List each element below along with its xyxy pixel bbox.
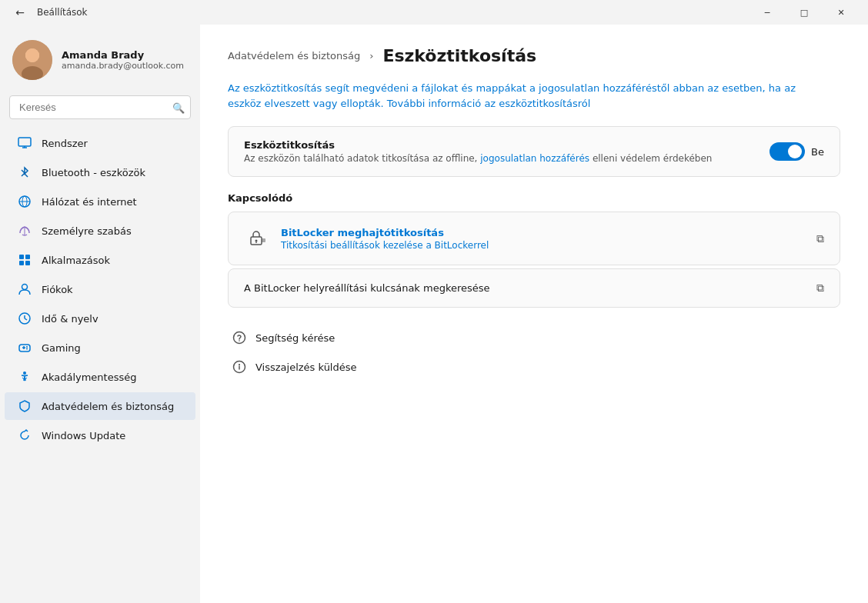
header-separator: › (369, 50, 373, 62)
svg-point-22 (26, 346, 28, 348)
gaming-icon (17, 340, 32, 355)
sidebar-item-adatvedelem[interactable]: Adatvédelem és biztonság (5, 392, 195, 420)
sidebar-label-adatvedelem: Adatvédelem és biztonság (42, 401, 174, 412)
svg-point-24 (23, 371, 26, 375)
search-icon: 🔍 (172, 102, 185, 113)
bitlocker-card-title: BitLocker meghajtótitkosítás (281, 227, 816, 238)
sidebar-item-gaming[interactable]: Gaming (5, 334, 195, 361)
shield-icon (17, 398, 32, 414)
related-section-heading: Kapcsolódó (228, 192, 840, 204)
sidebar-label-alkalmazasok: Alkalmazások (42, 255, 110, 266)
close-button[interactable]: ✕ (823, 0, 859, 25)
svg-rect-28 (262, 238, 265, 242)
svg-point-26 (255, 240, 258, 242)
page-description: Az eszköztitkosítás segít megvédeni a fá… (228, 81, 813, 111)
window-controls: ─ □ ✕ (749, 0, 859, 25)
sidebar-item-windows-update[interactable]: Windows Update (5, 421, 195, 449)
toggle-thumb (788, 145, 802, 158)
sidebar-label-szemelyre: Személyre szabás (42, 225, 132, 237)
sidebar-label-akadalymentesseg: Akadálymentesség (42, 371, 136, 383)
sidebar-label-bluetooth: Bluetooth - eszközök (42, 167, 145, 178)
sidebar-label-fiokok: Fiókok (42, 284, 73, 295)
encryption-card-subtitle: Az eszközön található adatok titkosítása… (244, 153, 767, 164)
svg-point-29 (234, 332, 245, 344)
monitor-icon (17, 135, 32, 151)
apps-icon (17, 252, 32, 268)
help-icon (231, 329, 248, 346)
sidebar-item-bluetooth[interactable]: Bluetooth - eszközök (5, 158, 195, 186)
titlebar: ← Beállítások ─ □ ✕ (0, 0, 868, 25)
paint-icon (17, 223, 32, 238)
svg-rect-14 (25, 261, 30, 265)
sidebar-item-halozat[interactable]: Hálózat és internet (5, 188, 195, 215)
recovery-key-card[interactable]: A BitLocker helyreállítási kulcsának meg… (228, 268, 840, 308)
toggle-label: Be (811, 146, 824, 158)
sidebar-item-ido[interactable]: Idő & nyelv (5, 305, 195, 332)
sidebar-label-rendszer: Rendszer (42, 138, 88, 149)
breadcrumb[interactable]: Adatvédelem és biztonság (228, 50, 360, 62)
user-section: Amanda Brady amanda.brady@outlook.com (0, 31, 200, 92)
help-action[interactable]: Segítség kérése (228, 323, 840, 352)
sidebar: Amanda Brady amanda.brady@outlook.com 🔍 … (0, 25, 200, 603)
encryption-card-info: Eszköztitkosítás Az eszközön található a… (244, 139, 770, 164)
sidebar-label-halozat: Hálózat és internet (42, 196, 137, 208)
user-name: Amanda Brady (62, 49, 184, 61)
help-action-label: Segítség kérése (255, 332, 335, 344)
back-button[interactable]: ← (9, 2, 31, 23)
sidebar-item-szemelyre[interactable]: Személyre szabás (5, 217, 195, 245)
person-icon (17, 282, 32, 297)
encryption-toggle-wrap: Be (770, 142, 824, 161)
svg-rect-11 (19, 255, 24, 259)
page-header: Adatvédelem és biztonság › Eszköztitkosí… (228, 46, 840, 65)
maximize-button[interactable]: □ (786, 0, 822, 25)
sidebar-item-akadalymentesseg[interactable]: Akadálymentesség (5, 363, 195, 391)
svg-point-23 (26, 348, 28, 350)
sidebar-item-alkalmazasok[interactable]: Alkalmazások (5, 246, 195, 274)
bitlocker-card-content: BitLocker meghajtótitkosítás Titkosítási… (281, 227, 816, 251)
network-icon (17, 194, 32, 209)
titlebar-title: Beállítások (37, 7, 88, 18)
sidebar-label-ido: Idő & nyelv (42, 313, 98, 325)
bitlocker-icon (244, 225, 272, 252)
app-container: Amanda Brady amanda.brady@outlook.com 🔍 … (0, 25, 868, 603)
svg-rect-12 (25, 255, 30, 259)
svg-point-15 (22, 285, 28, 290)
svg-point-30 (239, 340, 240, 341)
encryption-card-title: Eszköztitkosítás (244, 139, 770, 151)
bitlocker-card-subtitle: Titkosítási beállítások kezelése a BitLo… (281, 240, 816, 251)
bottom-actions: Segítség kérése Visszajelzés küldése (228, 323, 840, 381)
main-content: Adatvédelem és biztonság › Eszköztitkosí… (200, 25, 868, 603)
bitlocker-external-link-icon: ⧉ (816, 232, 824, 245)
page-title: Eszköztitkosítás (382, 46, 536, 65)
search-box: 🔍 (9, 95, 191, 119)
feedback-icon (231, 358, 248, 375)
encryption-toggle[interactable] (770, 142, 805, 161)
recovery-key-card-title: A BitLocker helyreállítási kulcsának meg… (244, 282, 816, 294)
search-input[interactable] (9, 95, 191, 119)
bluetooth-icon (17, 165, 32, 180)
feedback-action[interactable]: Visszajelzés küldése (228, 352, 840, 381)
avatar (12, 40, 52, 80)
accessibility-icon (17, 369, 32, 385)
svg-rect-13 (19, 261, 24, 265)
sidebar-label-windows-update: Windows Update (42, 430, 125, 441)
svg-line-18 (25, 318, 27, 320)
svg-point-3 (25, 48, 39, 62)
sidebar-label-gaming: Gaming (42, 342, 81, 354)
svg-rect-4 (18, 138, 31, 146)
update-icon (17, 428, 32, 443)
sidebar-item-rendszer[interactable]: Rendszer (5, 129, 195, 157)
recovery-external-link-icon: ⧉ (816, 282, 824, 295)
encryption-card: Eszköztitkosítás Az eszközön található a… (228, 126, 840, 177)
feedback-action-label: Visszajelzés küldése (255, 361, 357, 373)
minimize-button[interactable]: ─ (749, 0, 785, 25)
bitlocker-card[interactable]: BitLocker meghajtótitkosítás Titkosítási… (228, 212, 840, 265)
time-icon (17, 311, 32, 326)
sidebar-item-fiokok[interactable]: Fiókok (5, 275, 195, 303)
user-info: Amanda Brady amanda.brady@outlook.com (62, 49, 184, 71)
user-email: amanda.brady@outlook.com (62, 61, 184, 71)
